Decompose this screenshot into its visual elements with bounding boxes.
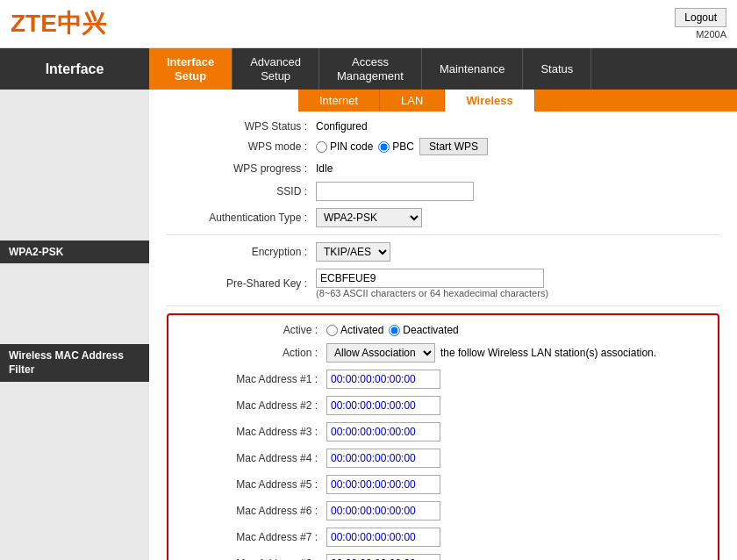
mac-input-7[interactable] — [326, 528, 440, 547]
wps-pbc-label[interactable]: PBC — [378, 140, 414, 153]
mac-active-value: Activated Deactivated — [326, 324, 459, 336]
mac-address-row-6: Mac Address #6 : — [177, 501, 709, 521]
ssid-row: SSID : — [167, 182, 719, 201]
mac-value-4 — [326, 449, 440, 468]
tab-maintenance[interactable]: Maintenance — [422, 48, 523, 90]
wps-status-text: Configured — [316, 120, 368, 133]
mac-value-2 — [326, 396, 440, 415]
tab-access-management[interactable]: AccessManagement — [319, 48, 422, 90]
main-content: WPS Status : Configured WPS mode : PIN c… — [149, 111, 737, 560]
encryption-label: Encryption : — [167, 246, 316, 258]
mac-input-2[interactable] — [326, 396, 440, 415]
mac-address-row-5: Mac Address #5 : — [177, 475, 709, 494]
mac-value-8 — [326, 554, 440, 560]
main-nav: Interface InterfaceSetup AdvancedSetup A… — [0, 48, 737, 90]
mac-label-4: Mac Address #4 : — [177, 452, 326, 464]
mac-address-row-4: Mac Address #4 : — [177, 449, 709, 468]
wps-pin-radio[interactable] — [316, 141, 327, 153]
psk-row: Pre-Shared Key : (8~63 ASCII characters … — [167, 269, 719, 298]
section-divider-1 — [167, 234, 719, 235]
sub-tab-lan[interactable]: LAN — [380, 90, 445, 111]
wps-status-label: WPS Status : — [167, 120, 316, 133]
activated-label[interactable]: Activated — [326, 324, 383, 336]
mac-input-6[interactable] — [326, 501, 440, 521]
tab-interface-setup[interactable]: InterfaceSetup — [149, 48, 233, 90]
mac-value-7 — [326, 528, 440, 547]
section-divider-2 — [167, 305, 719, 306]
wps-progress-value: Idle — [316, 162, 333, 175]
mac-value-5 — [326, 475, 440, 494]
action-value: Allow Association Deny Association the f… — [326, 343, 656, 363]
wps-progress-row: WPS progress : Idle — [167, 162, 719, 175]
sidebar-wpa2-psk: WPA2-PSK — [0, 241, 149, 263]
sidebar-nav-label: Interface — [0, 48, 149, 90]
psk-value: (8~63 ASCII characters or 64 hexadecimal… — [316, 269, 548, 298]
mac-input-1[interactable] — [326, 370, 440, 389]
auth-type-select[interactable]: WPA2-PSK None WEP WPA-PSK WPA/WPA2-PSK — [316, 208, 422, 227]
start-wps-button[interactable]: Start WPS — [419, 138, 488, 155]
nav-tabs: InterfaceSetup AdvancedSetup AccessManag… — [149, 48, 737, 90]
auth-type-value: WPA2-PSK None WEP WPA-PSK WPA/WPA2-PSK — [316, 208, 422, 227]
psk-input[interactable] — [316, 269, 544, 288]
sub-tab-internet[interactable]: Internet — [298, 90, 380, 111]
action-select[interactable]: Allow Association Deny Association — [326, 343, 435, 363]
mac-address-row-3: Mac Address #3 : — [177, 422, 709, 442]
mac-address-row-2: Mac Address #2 : — [177, 396, 709, 415]
tab-status[interactable]: Status — [523, 48, 591, 90]
mac-label-3: Mac Address #3 : — [177, 426, 326, 438]
wps-pin-label[interactable]: PIN code — [316, 140, 373, 153]
deactivated-label[interactable]: Deactivated — [389, 324, 458, 336]
sub-nav-spacer — [0, 90, 149, 111]
mac-label-1: Mac Address #1 : — [177, 373, 326, 385]
sub-nav-wrapper: Internet LAN Wireless — [0, 90, 737, 111]
tab-advanced-setup[interactable]: AdvancedSetup — [233, 48, 319, 90]
logout-area: Logout M200A — [675, 8, 726, 39]
ssid-label: SSID : — [167, 185, 316, 197]
wps-mode-value: PIN code PBC Start WPS — [316, 138, 488, 155]
mac-addresses: Mac Address #1 : Mac Address #2 : Mac Ad… — [177, 370, 709, 560]
mac-input-4[interactable] — [326, 449, 440, 468]
sidebar: WPA2-PSK Wireless MAC Address Filter — [0, 111, 149, 560]
encryption-row: Encryption : TKIP/AES TKIP AES — [167, 242, 719, 262]
sub-nav: Internet LAN Wireless — [298, 90, 737, 111]
encryption-value: TKIP/AES TKIP AES — [316, 242, 390, 262]
sidebar-mac-filter: Wireless MAC Address Filter — [0, 344, 149, 382]
psk-label: Pre-Shared Key : — [167, 277, 316, 290]
mac-filter-box: Active : Activated Deactivated Action : … — [167, 313, 719, 560]
mac-address-row-7: Mac Address #7 : — [177, 528, 709, 547]
wps-mode-row: WPS mode : PIN code PBC Start WPS — [167, 138, 719, 155]
header: ZTE中兴 Logout M200A — [0, 0, 737, 48]
mac-input-8[interactable] — [326, 554, 440, 560]
wps-pbc-radio[interactable] — [378, 141, 390, 153]
mac-value-1 — [326, 370, 440, 389]
mac-address-row-1: Mac Address #1 : — [177, 370, 709, 389]
mac-label-2: Mac Address #2 : — [177, 399, 326, 412]
ssid-input[interactable] — [316, 182, 474, 201]
psk-hint: (8~63 ASCII characters or 64 hexadecimal… — [316, 288, 548, 298]
mac-address-row-8: Mac Address #8 : — [177, 554, 709, 560]
auth-type-label: Authentication Type : — [167, 212, 316, 224]
wps-status-value: Configured — [316, 120, 368, 133]
mac-label-5: Mac Address #5 : — [177, 478, 326, 491]
mac-input-3[interactable] — [326, 422, 440, 442]
wps-progress-text: Idle — [316, 162, 333, 175]
auth-type-row: Authentication Type : WPA2-PSK None WEP … — [167, 208, 719, 227]
encryption-select[interactable]: TKIP/AES TKIP AES — [316, 242, 390, 262]
deactivated-radio[interactable] — [389, 325, 400, 336]
wps-progress-label: WPS progress : — [167, 162, 316, 175]
ssid-value — [316, 182, 474, 201]
logo-zte: ZTE — [11, 10, 57, 37]
mac-label-7: Mac Address #7 : — [177, 531, 326, 543]
sub-tab-wireless[interactable]: Wireless — [445, 90, 534, 111]
mac-input-5[interactable] — [326, 475, 440, 494]
sidebar-spacer-top — [0, 111, 149, 239]
mac-value-3 — [326, 422, 440, 442]
activated-radio[interactable] — [326, 325, 338, 336]
logo-chinese: 中兴 — [57, 10, 106, 37]
mac-value-6 — [326, 501, 440, 521]
mac-active-row: Active : Activated Deactivated — [177, 324, 709, 336]
action-row: Action : Allow Association Deny Associat… — [177, 343, 709, 363]
mac-label-6: Mac Address #6 : — [177, 505, 326, 517]
logout-button[interactable]: Logout — [675, 8, 726, 27]
action-label: Action : — [177, 347, 326, 359]
